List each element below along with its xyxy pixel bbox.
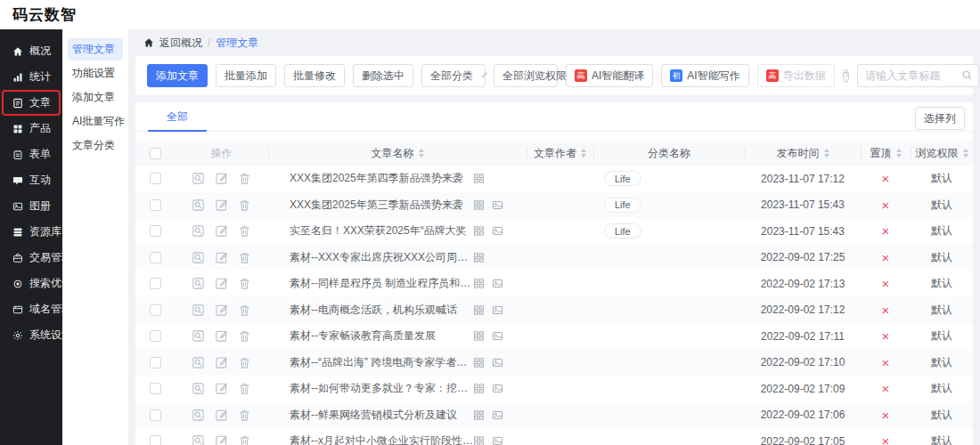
- top-x-icon[interactable]: ×: [882, 434, 890, 445]
- sidebar-item-1[interactable]: 概况: [2, 38, 61, 64]
- submenu-item-5[interactable]: 文章分类: [68, 134, 123, 157]
- column-header-top[interactable]: 置顶: [861, 141, 911, 166]
- edit-icon[interactable]: [215, 224, 228, 238]
- row-checkbox[interactable]: [150, 173, 161, 184]
- article-title[interactable]: XXX集团2025年第四季新品强势来袭: [290, 171, 463, 186]
- delete-icon[interactable]: [238, 356, 251, 369]
- preview-icon[interactable]: [192, 356, 205, 369]
- article-title[interactable]: 素材--如何带动更多就业？专家：挖掘新渠道 拓展新空间: [290, 381, 473, 396]
- column-header-time[interactable]: 发布时间: [745, 141, 861, 166]
- edit-icon[interactable]: [215, 198, 228, 212]
- column-header-permission[interactable]: 浏览权限: [911, 141, 973, 166]
- row-checkbox[interactable]: [150, 383, 161, 394]
- top-x-icon[interactable]: ×: [882, 303, 890, 317]
- sidebar-item-7[interactable]: 图册: [2, 193, 61, 219]
- preview-icon[interactable]: [192, 198, 205, 212]
- column-header-title[interactable]: 文章名称: [268, 141, 527, 166]
- ai-translate-button[interactable]: 高 AI智能翻译: [566, 64, 653, 87]
- article-title[interactable]: 素材--“品牌出海” 跨境电商专家学者及行业大家: [290, 355, 473, 370]
- preview-icon[interactable]: [192, 382, 205, 395]
- add-article-button[interactable]: 添加文章: [147, 64, 208, 87]
- search-icon[interactable]: [961, 69, 973, 84]
- top-x-icon[interactable]: ×: [882, 172, 890, 185]
- delete-icon[interactable]: [238, 434, 251, 445]
- delete-icon[interactable]: [238, 329, 251, 343]
- edit-icon[interactable]: [215, 303, 228, 317]
- delete-icon[interactable]: [238, 224, 251, 238]
- top-x-icon[interactable]: ×: [882, 198, 890, 212]
- help-icon[interactable]: ?: [843, 69, 850, 83]
- top-x-icon[interactable]: ×: [882, 251, 890, 264]
- sidebar-item-11[interactable]: 域名管理: [2, 296, 61, 322]
- row-checkbox[interactable]: [150, 357, 161, 368]
- submenu-item-2[interactable]: 功能设置: [68, 62, 123, 85]
- submenu-item-3[interactable]: 添加文章: [68, 86, 123, 109]
- article-title[interactable]: 素材--同样是程序员 制造业程序员和互联网程序员有什么不...: [290, 276, 473, 291]
- sort-icon[interactable]: [963, 149, 968, 158]
- submenu-item-4[interactable]: AI批量写作: [68, 110, 123, 133]
- sort-icon[interactable]: [896, 149, 902, 158]
- submenu-item-1[interactable]: 管理文章: [68, 38, 123, 61]
- sidebar-item-12[interactable]: 系统设置: [2, 322, 61, 348]
- sidebar-item-9[interactable]: 交易管理: [2, 245, 61, 271]
- sidebar-item-10[interactable]: 搜索优化: [2, 271, 61, 296]
- edit-icon[interactable]: [215, 329, 228, 343]
- top-x-icon[interactable]: ×: [882, 409, 890, 422]
- article-title[interactable]: 素材--XXX专家出席庆祝XXX公司周年招待会: [290, 250, 473, 265]
- preview-icon[interactable]: [192, 434, 205, 445]
- batch-add-button[interactable]: 批量添加: [216, 64, 276, 87]
- sort-icon[interactable]: [581, 149, 586, 158]
- top-x-icon[interactable]: ×: [882, 329, 890, 343]
- category-filter-select[interactable]: 全部分类: [421, 64, 486, 87]
- row-checkbox[interactable]: [150, 225, 161, 237]
- ai-write-button[interactable]: 初 AI智能写作: [661, 64, 748, 87]
- sort-icon[interactable]: [419, 149, 424, 158]
- row-checkbox[interactable]: [150, 409, 161, 421]
- top-x-icon[interactable]: ×: [882, 224, 890, 238]
- delete-icon[interactable]: [238, 277, 251, 290]
- delete-selected-button[interactable]: 删除选中: [353, 64, 413, 87]
- column-header-author[interactable]: 文章作者: [527, 141, 593, 166]
- sidebar-item-6[interactable]: 互动: [2, 167, 61, 193]
- row-checkbox[interactable]: [150, 330, 161, 342]
- edit-icon[interactable]: [215, 382, 228, 395]
- preview-icon[interactable]: [192, 251, 205, 264]
- sidebar-item-5[interactable]: 表单: [2, 142, 61, 167]
- edit-icon[interactable]: [215, 409, 228, 422]
- sidebar-item-2[interactable]: 统计: [2, 64, 61, 90]
- preview-icon[interactable]: [192, 277, 205, 290]
- edit-icon[interactable]: [215, 356, 228, 369]
- article-title[interactable]: 素材--电商概念活跃，机构乐观喊话: [290, 303, 457, 318]
- delete-icon[interactable]: [238, 303, 251, 317]
- export-data-button[interactable]: 高 导出数据: [757, 64, 835, 87]
- top-x-icon[interactable]: ×: [882, 382, 890, 395]
- article-title[interactable]: 实至名归！XXX荣获2025年“品牌大奖: [290, 223, 467, 239]
- column-select-button[interactable]: 选择列: [915, 107, 965, 130]
- row-checkbox[interactable]: [150, 435, 161, 445]
- delete-icon[interactable]: [238, 382, 251, 395]
- article-title[interactable]: XXX集团2025年第三季新品强势来袭: [290, 198, 463, 213]
- article-title[interactable]: 素材--专家畅谈教育高质量发展: [290, 328, 436, 344]
- edit-icon[interactable]: [215, 277, 228, 290]
- article-title[interactable]: 素材--鲜果网络营销模式分析及建议: [290, 408, 457, 423]
- permission-filter-select[interactable]: 全部浏览权限: [494, 64, 558, 87]
- delete-icon[interactable]: [238, 172, 251, 185]
- sidebar-item-8[interactable]: 资源库: [2, 219, 61, 245]
- row-checkbox[interactable]: [150, 278, 161, 289]
- preview-icon[interactable]: [192, 329, 205, 343]
- sidebar-item-4[interactable]: 产品: [2, 116, 61, 142]
- sidebar-item-3[interactable]: 文章: [2, 90, 61, 116]
- row-checkbox[interactable]: [150, 304, 161, 316]
- article-title[interactable]: 素材--x月起对中小微企业实行阶段性xxx服务xxx内容: [290, 433, 473, 445]
- preview-icon[interactable]: [192, 224, 205, 238]
- edit-icon[interactable]: [215, 251, 228, 264]
- select-all-checkbox[interactable]: [150, 148, 161, 159]
- row-checkbox[interactable]: [150, 199, 161, 211]
- preview-icon[interactable]: [192, 172, 205, 185]
- breadcrumb-back-link[interactable]: 返回概况: [159, 36, 202, 51]
- sort-icon[interactable]: [824, 149, 829, 158]
- delete-icon[interactable]: [238, 198, 251, 212]
- preview-icon[interactable]: [192, 409, 205, 422]
- edit-icon[interactable]: [215, 172, 228, 185]
- delete-icon[interactable]: [238, 409, 251, 422]
